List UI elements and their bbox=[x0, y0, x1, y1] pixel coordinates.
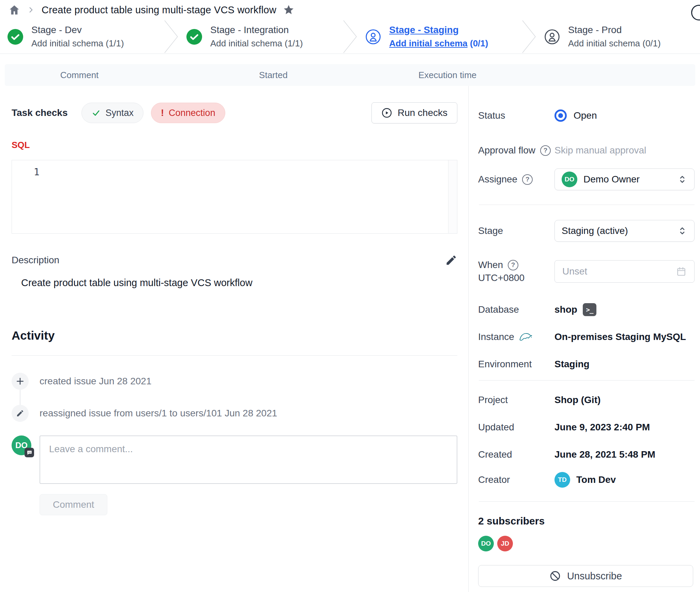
pipeline-stage-prod[interactable]: Stage - Prod Add initial schema (0/1) bbox=[537, 20, 700, 54]
mysql-icon bbox=[519, 332, 533, 342]
chevron-up-down-icon bbox=[677, 174, 687, 184]
created-label: Created bbox=[478, 449, 554, 460]
creator-row: Creator TD Tom Dev bbox=[478, 472, 695, 488]
creator-label: Creator bbox=[478, 474, 554, 485]
stage-label: Stage bbox=[478, 225, 554, 236]
activity-text: created issue Jun 28 2021 bbox=[40, 376, 151, 387]
task-checks-row: Task checks Syntax ! Connection Run chec… bbox=[12, 102, 457, 123]
activity-heading: Activity bbox=[12, 329, 457, 342]
subscribers-heading: 2 subscribers bbox=[478, 515, 695, 527]
column-header-execution-time: Execution time bbox=[419, 70, 477, 80]
updated-value: June 9, 2023 2:40 PM bbox=[554, 422, 695, 433]
pipeline-stage-staging[interactable]: Stage - Staging Add initial schema (0/1) bbox=[358, 20, 521, 54]
stage-name[interactable]: Stage - Staging bbox=[389, 25, 488, 35]
database-value[interactable]: shop bbox=[554, 304, 577, 315]
check-circle-icon bbox=[7, 29, 23, 45]
editor-scrollbar[interactable] bbox=[448, 160, 457, 233]
assignee-select[interactable]: DO Demo Owner bbox=[554, 168, 695, 190]
avatar: TD bbox=[554, 472, 570, 488]
star-icon[interactable] bbox=[283, 4, 295, 16]
subscribers-avatars: DO JD bbox=[478, 536, 695, 551]
stage-task-count: (1/1) bbox=[106, 38, 124, 48]
help-circle-icon[interactable] bbox=[691, 5, 700, 20]
when-placeholder: Unset bbox=[562, 266, 676, 277]
approval-flow-value: Skip manual approval bbox=[554, 145, 695, 156]
stage-task-count: (0/1) bbox=[642, 38, 660, 48]
page-title: Create product table using multi-stage V… bbox=[42, 4, 276, 16]
task-table-header: Comment Started Execution time bbox=[5, 64, 695, 86]
column-header-started: Started bbox=[259, 70, 288, 80]
user-circle-icon bbox=[544, 29, 560, 45]
sql-editor[interactable]: 1 bbox=[12, 160, 457, 234]
divider bbox=[479, 501, 695, 502]
environment-label: Environment bbox=[478, 359, 554, 370]
when-label: When bbox=[478, 260, 503, 270]
comment-button[interactable]: Comment bbox=[40, 494, 107, 515]
stage-separator bbox=[163, 20, 179, 54]
stage-select[interactable]: Staging (active) bbox=[554, 220, 695, 242]
timeline-connector bbox=[20, 390, 20, 405]
status-radio[interactable] bbox=[554, 109, 567, 122]
comment-input[interactable] bbox=[40, 435, 457, 484]
connection-check-badge[interactable]: ! Connection bbox=[151, 103, 225, 123]
exclamation-icon: ! bbox=[161, 108, 164, 118]
divider bbox=[479, 380, 695, 381]
stage-task[interactable]: Add initial schema bbox=[31, 38, 103, 48]
connection-check-label: Connection bbox=[169, 108, 215, 118]
syntax-check-badge[interactable]: Syntax bbox=[81, 103, 144, 123]
avatar: DO bbox=[12, 435, 31, 455]
stage-separator bbox=[342, 20, 358, 54]
stage-row: Stage Staging (active) bbox=[478, 220, 695, 242]
activity-item: reassigned issue from users/1 to users/1… bbox=[12, 405, 457, 422]
environment-value: Staging bbox=[554, 359, 695, 370]
when-date-input[interactable]: Unset bbox=[554, 260, 695, 283]
question-circle-icon[interactable]: ? bbox=[540, 145, 551, 156]
issue-main-panel: Task checks Syntax ! Connection Run chec… bbox=[0, 86, 469, 592]
stage-name: Stage - Integration bbox=[210, 25, 303, 35]
instance-label: Instance bbox=[478, 331, 514, 342]
stage-task[interactable]: Add initial schema bbox=[568, 38, 640, 48]
pipeline-stage-dev[interactable]: Stage - Dev Add initial schema (1/1) bbox=[0, 20, 163, 54]
pencil-icon bbox=[12, 405, 29, 422]
edit-pencil-icon[interactable] bbox=[445, 254, 457, 266]
avatar: DO bbox=[562, 172, 577, 187]
instance-value[interactable]: On-premises Staging MySQL bbox=[554, 331, 695, 342]
divider bbox=[12, 355, 457, 356]
description-text: Create product table using multi-stage V… bbox=[12, 277, 457, 288]
created-value: June 28, 2021 5:48 PM bbox=[554, 449, 695, 460]
creator-value[interactable]: Tom Dev bbox=[576, 474, 616, 485]
stage-task-count: (0/1) bbox=[470, 38, 488, 48]
terminal-icon[interactable]: >_ bbox=[583, 303, 596, 316]
when-row: When ? UTC+0800 Unset bbox=[478, 260, 695, 283]
run-checks-button[interactable]: Run checks bbox=[371, 102, 457, 123]
home-icon[interactable] bbox=[8, 4, 20, 16]
task-checks-label: Task checks bbox=[12, 107, 68, 118]
approval-flow-label: Approval flow bbox=[478, 145, 535, 156]
stage-task[interactable]: Add initial schema bbox=[210, 38, 282, 48]
stage-task-count: (1/1) bbox=[285, 38, 303, 48]
avatar[interactable]: JD bbox=[497, 536, 513, 551]
status-label: Status bbox=[478, 110, 554, 121]
stage-task[interactable]: Add initial schema bbox=[389, 38, 468, 48]
avatar[interactable]: DO bbox=[478, 536, 494, 551]
top-bar: Create product table using multi-stage V… bbox=[0, 0, 700, 20]
status-value: Open bbox=[574, 110, 597, 121]
assignee-label: Assignee bbox=[478, 174, 517, 185]
calendar-icon bbox=[676, 266, 687, 277]
editor-line-number: 1 bbox=[34, 166, 40, 178]
status-row: Status Open bbox=[478, 108, 695, 123]
pipeline-stage-integration[interactable]: Stage - Integration Add initial schema (… bbox=[179, 20, 342, 54]
database-row: Database shop >_ bbox=[478, 302, 695, 317]
question-circle-icon[interactable]: ? bbox=[508, 260, 518, 270]
unsubscribe-button[interactable]: Unsubscribe bbox=[478, 565, 693, 587]
comment-badge-icon bbox=[25, 448, 34, 457]
chevron-up-down-icon bbox=[677, 226, 687, 236]
environment-row: Environment Staging bbox=[478, 356, 695, 372]
updated-label: Updated bbox=[478, 422, 554, 433]
project-value[interactable]: Shop (Git) bbox=[554, 395, 695, 405]
question-circle-icon[interactable]: ? bbox=[522, 174, 533, 185]
check-circle-icon bbox=[186, 29, 202, 45]
updated-row: Updated June 9, 2023 2:40 PM bbox=[478, 419, 695, 435]
column-header-comment: Comment bbox=[60, 70, 99, 80]
check-icon bbox=[91, 108, 101, 118]
